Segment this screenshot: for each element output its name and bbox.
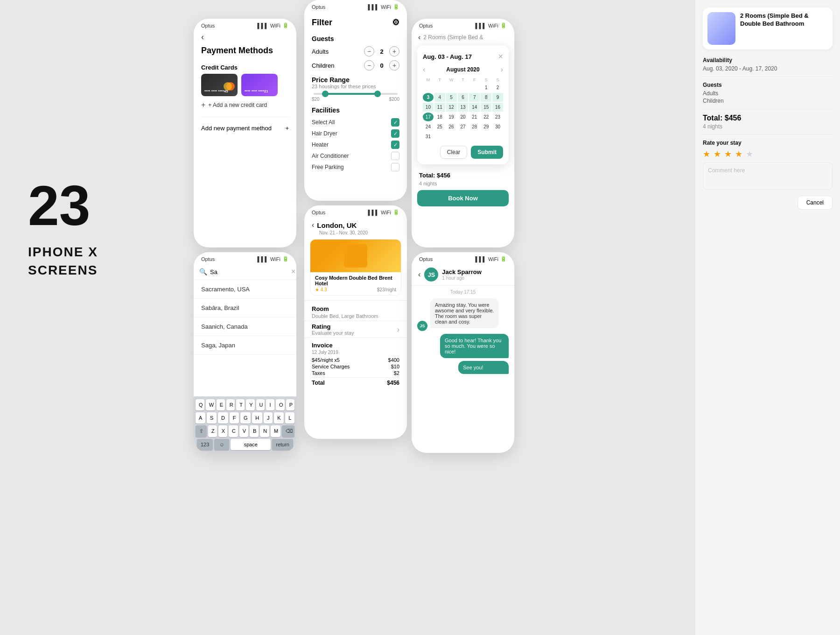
- book-now-button[interactable]: Book Now: [417, 190, 509, 206]
- key-k[interactable]: K: [274, 412, 284, 423]
- price-thumb-min[interactable]: [322, 91, 329, 97]
- cal-day-12[interactable]: 12: [446, 103, 457, 112]
- cal-day-9[interactable]: 9: [492, 93, 503, 102]
- search-result-2[interactable]: Sabâra, Brazil: [194, 299, 296, 318]
- cal-day-17[interactable]: 17: [423, 113, 434, 121]
- key-t[interactable]: T: [236, 399, 245, 410]
- hotel-card[interactable]: Cosy Modern Double Bed Brent Hotel ★ 4.3…: [310, 239, 401, 296]
- card-1[interactable]: **** **** ****45: [201, 74, 238, 96]
- key-shift[interactable]: ⇧: [196, 425, 207, 437]
- cal-day-28[interactable]: 28: [469, 122, 480, 131]
- hair-dryer-checkbox[interactable]: ✓: [391, 129, 399, 138]
- key-return[interactable]: return: [272, 439, 293, 450]
- search-result-3[interactable]: Saanich, Canada: [194, 318, 296, 336]
- key-s[interactable]: S: [207, 412, 217, 423]
- key-u[interactable]: U: [256, 399, 265, 410]
- cal-day-20[interactable]: 20: [458, 113, 469, 121]
- card-2[interactable]: **** **** ****21: [241, 74, 278, 96]
- air-conditioner-checkbox[interactable]: [391, 152, 399, 160]
- key-v[interactable]: V: [239, 425, 248, 437]
- star-4[interactable]: ★: [735, 149, 743, 159]
- calendar-next-button[interactable]: ›: [501, 65, 503, 74]
- select-all-checkbox[interactable]: ✓: [391, 118, 399, 127]
- cal-day-1[interactable]: 1: [481, 83, 491, 92]
- key-p[interactable]: P: [286, 399, 294, 410]
- rating-section[interactable]: Rating Evaluate your stay ›: [304, 321, 407, 338]
- key-c[interactable]: C: [229, 425, 238, 437]
- cal-day-23[interactable]: 23: [492, 113, 503, 121]
- key-o[interactable]: O: [276, 399, 285, 410]
- key-z[interactable]: Z: [208, 425, 217, 437]
- key-d[interactable]: D: [218, 412, 228, 423]
- cal-day-11[interactable]: 11: [434, 103, 445, 112]
- cal-day-27[interactable]: 27: [458, 122, 469, 131]
- key-h[interactable]: H: [252, 412, 262, 423]
- calendar-back-button[interactable]: ‹: [418, 33, 420, 42]
- key-r[interactable]: R: [226, 399, 235, 410]
- chat-back-button[interactable]: ‹: [418, 270, 420, 279]
- cal-day-22[interactable]: 22: [481, 113, 491, 121]
- cal-day-18[interactable]: 18: [434, 113, 445, 121]
- price-slider[interactable]: [314, 93, 398, 95]
- cal-day-29[interactable]: 29: [481, 122, 491, 131]
- cal-day-30[interactable]: 30: [492, 122, 503, 131]
- cal-day-3[interactable]: 3: [423, 93, 434, 102]
- cal-day-5[interactable]: 5: [446, 93, 457, 102]
- price-thumb-max[interactable]: [374, 91, 381, 97]
- key-a[interactable]: A: [196, 412, 205, 423]
- cal-day-2[interactable]: 2: [492, 83, 503, 92]
- right-comment-box[interactable]: Comment here: [703, 162, 833, 190]
- adults-plus-button[interactable]: +: [389, 46, 399, 56]
- cal-day-15[interactable]: 15: [481, 103, 491, 112]
- calendar-close-button[interactable]: ×: [498, 52, 503, 62]
- search-result-1[interactable]: Sacramento, USA: [194, 280, 296, 299]
- cal-day-10[interactable]: 10: [423, 103, 434, 112]
- key-b[interactable]: B: [250, 425, 259, 437]
- search-input[interactable]: [210, 268, 288, 275]
- key-y[interactable]: Y: [246, 399, 254, 410]
- cal-day-19[interactable]: 19: [446, 113, 457, 121]
- key-numbers[interactable]: 123: [197, 439, 213, 450]
- cal-day-25[interactable]: 25: [434, 122, 445, 131]
- cal-day-31[interactable]: 31: [423, 132, 434, 141]
- add-card-button[interactable]: + + Add a new credit card: [194, 96, 296, 114]
- star-3[interactable]: ★: [724, 149, 732, 159]
- key-w[interactable]: W: [206, 399, 215, 410]
- search-clear-button[interactable]: ×: [291, 268, 295, 276]
- cal-day-16[interactable]: 16: [492, 103, 503, 112]
- cal-day-4[interactable]: 4: [434, 93, 445, 102]
- cal-day-8[interactable]: 8: [481, 93, 491, 102]
- key-i[interactable]: I: [266, 399, 274, 410]
- children-minus-button[interactable]: −: [364, 60, 374, 71]
- calendar-submit-button[interactable]: Submit: [471, 146, 503, 159]
- star-5[interactable]: ★: [746, 149, 754, 159]
- add-payment-button[interactable]: Add new payment method +: [194, 120, 296, 136]
- booking-back-button[interactable]: ‹: [312, 221, 314, 229]
- key-j[interactable]: J: [264, 412, 273, 423]
- star-1[interactable]: ★: [703, 149, 711, 159]
- key-emoji[interactable]: ☺: [214, 439, 229, 450]
- cal-day-24[interactable]: 24: [423, 122, 434, 131]
- calendar-clear-button[interactable]: Clear: [440, 146, 468, 159]
- key-e[interactable]: E: [217, 399, 225, 410]
- heater-checkbox[interactable]: ✓: [391, 141, 399, 149]
- key-g[interactable]: G: [240, 412, 251, 423]
- children-plus-button[interactable]: +: [389, 60, 399, 71]
- payment-back-button[interactable]: ‹: [194, 30, 296, 44]
- cal-day-7[interactable]: 7: [469, 93, 480, 102]
- key-x[interactable]: X: [218, 425, 227, 437]
- cal-day-6[interactable]: 6: [458, 93, 469, 102]
- key-q[interactable]: Q: [196, 399, 204, 410]
- cal-day-14[interactable]: 14: [469, 103, 480, 112]
- cal-day-21[interactable]: 21: [469, 113, 480, 121]
- right-cancel-button[interactable]: Cancel: [798, 196, 833, 210]
- key-l[interactable]: L: [285, 412, 294, 423]
- cal-day-13[interactable]: 13: [458, 103, 469, 112]
- adults-minus-button[interactable]: −: [364, 46, 374, 56]
- search-result-4[interactable]: Saga, Japan: [194, 336, 296, 355]
- key-space[interactable]: space: [231, 439, 271, 450]
- calendar-prev-button[interactable]: ‹: [423, 65, 425, 74]
- cal-day-26[interactable]: 26: [446, 122, 457, 131]
- free-parking-checkbox[interactable]: [391, 163, 399, 171]
- key-m[interactable]: M: [271, 425, 280, 437]
